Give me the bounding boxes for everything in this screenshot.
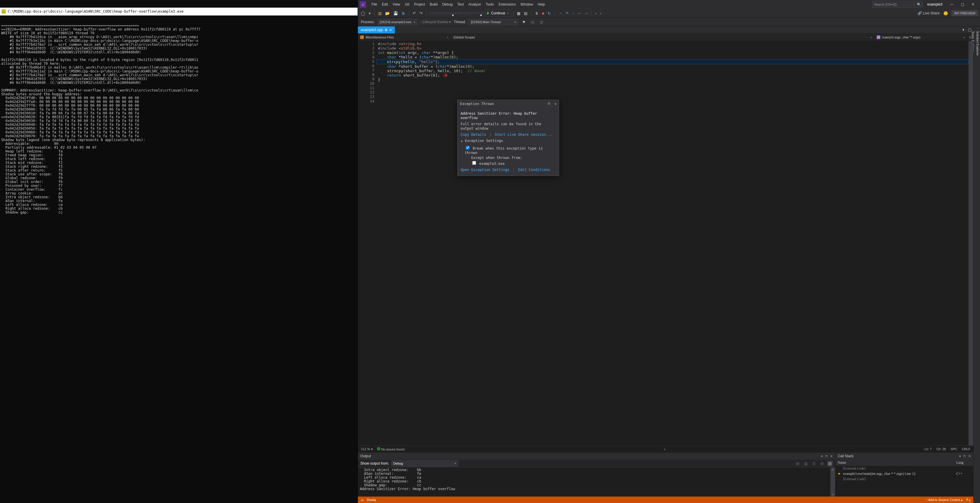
notifications-icon[interactable]: 🕭2	[966, 497, 970, 502]
menu-file[interactable]: File	[369, 0, 379, 9]
db-icon[interactable]: ▦	[515, 11, 522, 16]
thread-dropdown[interactable]: [22392] Main Thread	[469, 19, 518, 25]
minimize-button[interactable]: —	[947, 0, 957, 9]
code-line[interactable]: strcpy(hello, "hello");	[376, 59, 969, 64]
menu-view[interactable]: View	[390, 0, 402, 9]
pane-close-icon[interactable]: ✕	[830, 454, 833, 458]
console-output[interactable]: ========================================…	[0, 23, 358, 215]
tab-menu-icon[interactable]: ▾	[961, 26, 966, 33]
output-tb2-icon[interactable]: ▥	[803, 461, 809, 466]
output-tb3-icon[interactable]: ☰	[811, 461, 817, 466]
breadcrumb-function[interactable]: main(int argc, char ** argv)	[874, 34, 967, 41]
save-all-icon[interactable]: 🗎	[400, 11, 407, 16]
undo-icon[interactable]: ↶	[412, 11, 417, 16]
line-ending[interactable]: CRLF	[962, 447, 970, 451]
console-titlebar[interactable]: C:\MSDN\cpp-docs-pr\docs\c-language\ASAN…	[0, 8, 358, 16]
output-tb1-icon[interactable]: ▤	[795, 461, 800, 466]
menu-tools[interactable]: Tools	[484, 0, 496, 9]
pin-icon[interactable]: ⊓	[548, 102, 550, 106]
cs-dropdown-icon[interactable]: ▾	[959, 454, 961, 458]
menu-analyze[interactable]: Analyze	[466, 0, 484, 9]
platform-dropdown[interactable]: ▾	[457, 12, 484, 14]
open-icon[interactable]: 📂	[384, 11, 391, 16]
ext1-icon[interactable]: ▫	[594, 11, 598, 16]
exception-settings-header[interactable]: ▴ Exception Settings	[461, 139, 556, 143]
code-line[interactable]: #include <string.h>	[377, 41, 969, 46]
menu-test[interactable]: Test	[455, 0, 466, 9]
popup-close-icon[interactable]: ✕	[554, 102, 557, 106]
resize-grip-icon[interactable]: ⋰	[554, 171, 558, 175]
code-editor[interactable]: 1234567891011121314 #include <string.h>#…	[358, 41, 973, 446]
menu-build[interactable]: Build	[427, 0, 440, 9]
flag-icon[interactable]: ⚑	[521, 19, 527, 25]
callstack-row[interactable]: [External Code]	[835, 476, 973, 482]
add-source-control[interactable]: ↑ Add to Source Control ▴	[926, 498, 963, 502]
code-line[interactable]: #include <stdlib.h>	[377, 46, 969, 51]
liveshare-link[interactable]: Start Live Share session...	[495, 132, 552, 137]
menu-edit[interactable]: Edit	[380, 0, 390, 9]
lifecycle-dropdown[interactable]: ▫ Lifecycle Events ▾	[420, 20, 451, 24]
menu-window[interactable]: Window	[518, 0, 535, 9]
code-line[interactable]: char *short_buffer = (char*)malloc(9);	[377, 64, 969, 68]
output-tb4-icon[interactable]: ⊞	[819, 461, 825, 466]
except-item-checkbox[interactable]: example3.exe	[471, 162, 504, 166]
close-button[interactable]: ✕	[968, 0, 978, 9]
menu-extensions[interactable]: Extensions	[496, 0, 518, 9]
code-line[interactable]: }	[377, 78, 969, 82]
live-share-button[interactable]: 🔗 Live Share	[915, 10, 942, 16]
menu-debug[interactable]: Debug	[440, 0, 455, 9]
step-fwd-icon[interactable]: ⤻	[584, 11, 589, 16]
zoom-level[interactable]: 111 % ▾	[361, 447, 372, 451]
output-source-dropdown[interactable]: Debug	[391, 460, 458, 466]
save-icon[interactable]: 💾	[392, 11, 399, 16]
step-into-icon[interactable]: →	[557, 11, 563, 16]
editor-scrollbar[interactable]	[969, 41, 973, 446]
output-tb5-icon[interactable]: ⊟	[827, 461, 833, 466]
code-line[interactable]: int main(int argc, char **argv) {	[377, 51, 969, 55]
menu-project[interactable]: Project	[412, 0, 427, 9]
issues-status[interactable]: No issues found	[377, 447, 404, 451]
cs-col-lang[interactable]: Lang	[956, 460, 971, 465]
step-over-icon[interactable]: ↷	[564, 11, 570, 16]
cs-col-name[interactable]: Name	[838, 460, 956, 465]
indent-mode[interactable]: SPC	[951, 447, 958, 451]
ext2-icon[interactable]: ▫	[599, 11, 603, 16]
menu-git[interactable]: Git	[402, 0, 412, 9]
maximize-button[interactable]: ▢	[957, 0, 968, 9]
code-line[interactable]: char *hello = (char*)malloc(6);	[377, 55, 969, 59]
pane-dropdown-icon[interactable]: ▾	[821, 454, 823, 458]
callstack-row[interactable]: [External Code]	[835, 466, 973, 471]
code-line[interactable]: return short_buffer[8]; ⊗	[377, 73, 969, 78]
search-box[interactable]: Search (Ctrl+Q) 🔍	[872, 1, 923, 8]
pause-icon[interactable]: ⏸	[533, 11, 540, 16]
stop-icon[interactable]: ■	[541, 11, 546, 16]
solution-explorer-tab[interactable]: Solution Explorer	[975, 29, 980, 503]
callstack-row[interactable]: ➤example3.exe!main(int argc, char * * ar…	[835, 471, 973, 476]
back-icon[interactable]: ◯	[360, 11, 366, 16]
config-dropdown[interactable]: ▾	[429, 12, 456, 14]
output-scrollbar[interactable]: ▴▾	[830, 468, 835, 497]
new-icon[interactable]: ▥	[377, 11, 383, 16]
redo-icon[interactable]: ↷	[418, 11, 424, 16]
tab-example3-cpp[interactable]: example3.cpp ⊕ ✕	[358, 26, 395, 33]
copy-details-link[interactable]: Copy Details	[461, 132, 486, 137]
menu-help[interactable]: Help	[535, 0, 547, 9]
cs-pin-icon[interactable]: ⊓	[963, 454, 966, 458]
breadcrumb-scope[interactable]: (Global Scope)	[451, 34, 874, 41]
continue-button[interactable]: Continue ▾	[485, 10, 511, 17]
feedback-icon[interactable]: 🙂	[942, 11, 949, 16]
callstack-body[interactable]: NameLang [External Code]➤example3.exe!ma…	[835, 460, 973, 497]
break-checkbox[interactable]: Break when this exception type is thrown	[465, 146, 542, 155]
step-back-icon[interactable]: ⤺	[577, 11, 582, 16]
step-out-icon[interactable]: ↑	[571, 11, 576, 16]
breadcrumb-project[interactable]: Miscellaneous Files	[358, 34, 451, 41]
restart-icon[interactable]: ↻	[546, 11, 552, 16]
open-settings-link[interactable]: Open Exception Settings	[461, 168, 509, 172]
db2-icon[interactable]: ▧	[523, 11, 528, 16]
tab-close-icon[interactable]: ✕	[389, 28, 392, 32]
output-body[interactable]: Intra object redzone: bb ASan internal: …	[358, 468, 835, 497]
forward-icon[interactable]: ▾	[368, 11, 372, 16]
process-dropdown[interactable]: [28224] example3.exe	[377, 19, 417, 25]
stack-icon[interactable]: ▤	[530, 19, 536, 25]
edit-conditions-link[interactable]: Edit Conditions	[518, 168, 550, 172]
